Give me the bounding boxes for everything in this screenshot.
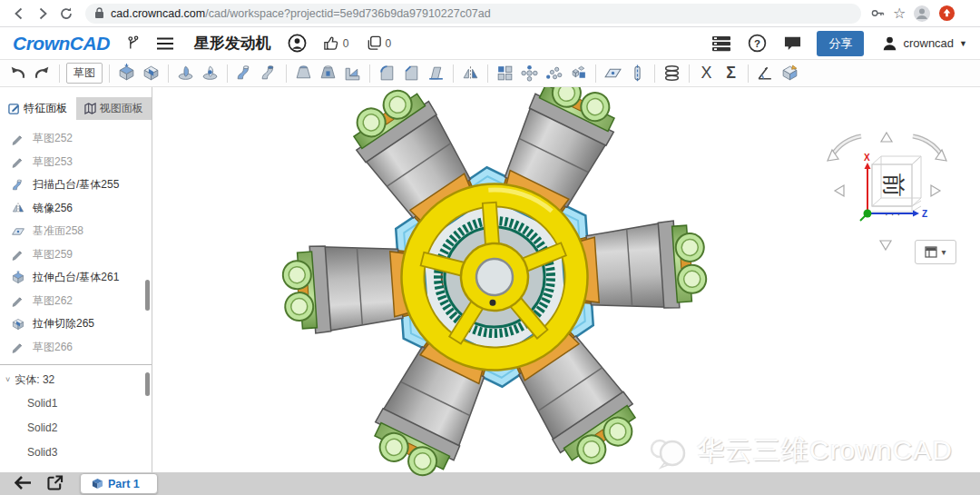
feature-tree-item[interactable]: 草图262 bbox=[0, 290, 152, 313]
toolbar-separator bbox=[59, 64, 60, 83]
revolve-boss-icon[interactable] bbox=[173, 62, 198, 85]
feature-tree-item[interactable]: 草图259 bbox=[0, 243, 152, 267]
solid-label: Solid1 bbox=[27, 397, 57, 410]
revolve-cut-icon[interactable] bbox=[198, 62, 222, 85]
draft-icon[interactable] bbox=[424, 62, 448, 85]
key-icon[interactable] bbox=[870, 5, 886, 21]
sketch-button[interactable]: 草图 bbox=[66, 63, 103, 84]
address-bar[interactable]: cad.crowncad.com/cad/workspace?projectid… bbox=[85, 4, 861, 24]
part-tab[interactable]: Part 1 bbox=[80, 473, 158, 494]
feature-list-icon[interactable] bbox=[711, 35, 731, 52]
toolbar-separator bbox=[453, 64, 454, 83]
view-left-arrow-icon[interactable] bbox=[835, 185, 844, 196]
loft-cut-icon[interactable] bbox=[316, 62, 340, 85]
like-count: 0 bbox=[343, 37, 349, 50]
feature-tree-item[interactable]: 拉伸切除265 bbox=[0, 312, 152, 336]
toolbar-separator bbox=[168, 64, 169, 83]
open-in-new-icon[interactable] bbox=[47, 475, 64, 490]
fill-pattern-icon[interactable] bbox=[566, 62, 591, 85]
feature-panel-icon bbox=[8, 103, 20, 114]
feature-label: 草图252 bbox=[33, 131, 73, 146]
feature-tree-item[interactable]: 基准面258 bbox=[0, 220, 152, 243]
delete-icon[interactable]: X bbox=[694, 62, 719, 85]
redo-icon[interactable] bbox=[30, 62, 54, 85]
feedback-icon[interactable] bbox=[783, 35, 802, 52]
toolbar-separator bbox=[689, 64, 690, 83]
feature-tree-item[interactable]: 镜像256 bbox=[0, 197, 152, 221]
crowncad-logo[interactable]: CrownCAD bbox=[13, 33, 110, 54]
like-icon[interactable] bbox=[323, 35, 340, 52]
sweep-cut-icon[interactable] bbox=[257, 62, 281, 85]
tab-feature-panel-label: 特征面板 bbox=[24, 101, 67, 116]
bookmark-star-icon[interactable]: ☆ bbox=[893, 5, 906, 22]
tab-view-panel-label: 视图面板 bbox=[100, 101, 143, 116]
toolbar-separator bbox=[109, 64, 110, 83]
feature-label: 拉伸凸台/基体261 bbox=[33, 270, 119, 285]
browser-profile-icon[interactable] bbox=[913, 5, 931, 23]
feature-tree-item[interactable]: 拉伸凸台/基体261 bbox=[0, 266, 152, 290]
username-label[interactable]: crowncad bbox=[903, 36, 954, 50]
app-header: CrownCAD 星形发动机 0 0 ? 分享 crowncad ▼ bbox=[0, 27, 980, 60]
solid-item[interactable]: Solid3 bbox=[0, 440, 152, 464]
branch-icon[interactable] bbox=[126, 35, 140, 52]
extrude-cut-icon[interactable] bbox=[139, 62, 163, 85]
svg-text:?: ? bbox=[754, 38, 760, 49]
rotate-right-arrow-icon[interactable] bbox=[913, 136, 946, 161]
sweep-boss-icon[interactable] bbox=[232, 62, 257, 85]
loft-boss-icon[interactable] bbox=[291, 62, 316, 85]
solid-item[interactable]: Solid1 bbox=[0, 391, 152, 415]
view-right-arrow-icon[interactable] bbox=[931, 185, 940, 196]
feature-label: 草图259 bbox=[33, 247, 73, 262]
fillet-icon[interactable] bbox=[375, 62, 399, 85]
curve-pattern-icon[interactable] bbox=[542, 62, 566, 85]
linear-pattern-icon[interactable] bbox=[493, 62, 517, 85]
feature-label: 拉伸切除265 bbox=[33, 316, 94, 332]
solids-list: Solid1Solid2Solid3 bbox=[0, 391, 152, 464]
back-to-documents-icon[interactable] bbox=[15, 475, 33, 490]
browser-back-icon[interactable] bbox=[7, 2, 31, 25]
undo-icon[interactable] bbox=[5, 62, 30, 85]
solid-item[interactable]: Solid2 bbox=[0, 415, 152, 440]
feature-tree-item[interactable]: 草图266 bbox=[0, 336, 152, 360]
rib-icon[interactable] bbox=[340, 62, 365, 85]
owner-avatar-icon[interactable] bbox=[288, 34, 307, 53]
toolbar-separator bbox=[595, 64, 596, 83]
main-menu-icon[interactable] bbox=[156, 36, 174, 51]
datum-axis-icon[interactable] bbox=[625, 62, 650, 85]
view-cube[interactable]: 前 bbox=[872, 156, 921, 212]
chevron-down-icon: ˅ bbox=[5, 375, 10, 384]
feature-tree-item[interactable]: 草图252 bbox=[0, 127, 152, 151]
browser-refresh-icon[interactable] bbox=[54, 2, 78, 25]
rotate-left-arrow-icon[interactable] bbox=[828, 136, 861, 161]
measure-icon[interactable] bbox=[753, 62, 778, 85]
lock-icon bbox=[94, 7, 104, 19]
engine-model[interactable] bbox=[257, 77, 730, 481]
equation-icon[interactable]: Σ bbox=[719, 62, 743, 85]
extrude-boss-icon[interactable] bbox=[114, 62, 139, 85]
mirror-icon[interactable] bbox=[458, 62, 483, 85]
view-up-arrow-icon[interactable] bbox=[881, 133, 892, 142]
view-down-arrow-icon[interactable] bbox=[880, 241, 891, 250]
coil-icon[interactable] bbox=[660, 62, 684, 85]
tab-view-panel[interactable]: 视图面板 bbox=[76, 97, 152, 120]
tab-feature-panel[interactable]: 特征面板 bbox=[0, 97, 76, 120]
feature-tree-item[interactable]: 草图253 bbox=[0, 151, 152, 174]
user-icon[interactable] bbox=[882, 35, 897, 51]
appearance-icon[interactable] bbox=[778, 62, 802, 85]
share-button[interactable]: 分享 bbox=[817, 31, 864, 56]
circular-pattern-icon[interactable] bbox=[517, 62, 542, 85]
tree-scrollbar[interactable] bbox=[145, 280, 150, 311]
axis-z-label: Z bbox=[922, 209, 927, 219]
view-options-icon bbox=[925, 246, 937, 258]
datum-plane-icon[interactable] bbox=[601, 62, 625, 85]
solids-header[interactable]: ˅ 实体: 32 bbox=[0, 369, 152, 391]
solids-scrollbar[interactable] bbox=[145, 372, 150, 396]
view-options-button[interactable]: ▾ bbox=[915, 240, 956, 264]
extension-icon[interactable] bbox=[938, 5, 956, 22]
fork-icon[interactable] bbox=[366, 35, 383, 52]
feature-tree-item[interactable]: 扫描凸台/基体255 bbox=[0, 173, 152, 197]
browser-forward-icon[interactable] bbox=[31, 2, 54, 25]
help-icon[interactable]: ? bbox=[748, 34, 767, 53]
chamfer-icon[interactable] bbox=[399, 62, 424, 85]
user-menu-caret-icon[interactable]: ▼ bbox=[959, 39, 967, 48]
